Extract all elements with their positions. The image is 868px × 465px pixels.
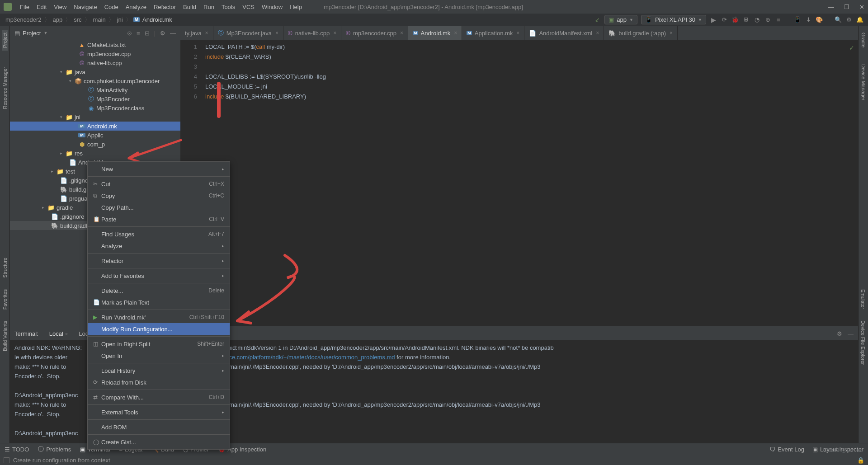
ctx-reload[interactable]: ⟳Reload from Disk <box>88 376 230 388</box>
ctx-refactor[interactable]: Refactor▸ <box>88 255 230 267</box>
device-dropdown[interactable]: 📱Pixel XL API 30▼ <box>641 15 706 24</box>
stop-icon[interactable]: ■ <box>775 16 782 23</box>
menu-build[interactable]: Build <box>179 4 200 10</box>
close-icon[interactable]: × <box>454 30 457 36</box>
notifications-icon[interactable]: 🔔 <box>856 16 863 23</box>
tree-gitignore2[interactable]: .gitignore <box>60 213 84 220</box>
tab-mp3encoder-cpp[interactable]: ©mp3encoder.cpp× <box>341 26 408 40</box>
ctx-open-split[interactable]: ◫Open in Right SplitShift+Enter <box>88 338 230 350</box>
coverage-icon[interactable]: ⛨ <box>742 16 750 23</box>
tree-applicationmk[interactable]: Applic <box>87 132 103 139</box>
close-icon[interactable]: × <box>275 30 278 36</box>
tb-problems[interactable]: ⓘProblems <box>38 445 71 453</box>
search-icon[interactable]: 🔍 <box>835 16 842 23</box>
ctx-addfavorites[interactable]: Add to Favorites▸ <box>88 270 230 282</box>
menu-window[interactable]: Window <box>258 4 286 10</box>
ctx-create-gist[interactable]: ◯Create Gist... <box>88 436 230 448</box>
menu-analyze[interactable]: Analyze <box>122 4 150 10</box>
rail-structure[interactable]: Structure <box>2 258 8 278</box>
tree-cmake[interactable]: CMakeLists.txt <box>87 42 126 48</box>
menu-code[interactable]: Code <box>101 4 122 10</box>
tab-mp3encoder-java[interactable]: ⒸMp3Encoder.java× <box>213 26 283 40</box>
close-icon[interactable]: × <box>400 30 403 36</box>
terminal-tab-local[interactable]: Local× <box>45 329 73 338</box>
status-lock-icon[interactable]: 🔒 <box>857 457 864 464</box>
tab-ty[interactable]: ty.java× <box>180 26 213 40</box>
rail-devexp[interactable]: Device File Explorer <box>860 320 866 365</box>
rail-favorites[interactable]: Favorites <box>2 289 8 310</box>
tree-comp[interactable]: com_p <box>87 141 105 148</box>
avd-icon[interactable]: 📱 <box>794 16 801 23</box>
menu-refactor[interactable]: Refactor <box>150 4 179 10</box>
term-settings-icon[interactable]: ⚙ <box>837 330 842 337</box>
tree-jni[interactable]: jni <box>75 114 80 121</box>
tree-java[interactable]: java <box>75 69 85 75</box>
inspection-ok-icon[interactable]: ✓ <box>849 43 854 53</box>
tree-mp3cpp[interactable]: mp3encoder.cpp <box>87 51 131 57</box>
rail-project[interactable]: Project <box>2 30 8 51</box>
tab-native-lib[interactable]: ©native-lib.cpp× <box>283 26 341 40</box>
tree-mp3encoder[interactable]: Mp3Encoder <box>96 96 130 103</box>
status-toggle-icon[interactable] <box>4 457 9 463</box>
close-icon[interactable]: × <box>596 30 599 36</box>
run-config-dropdown[interactable]: ▣app▼ <box>604 15 637 24</box>
menu-file[interactable]: File <box>16 4 33 10</box>
crumb-jni[interactable]: jni <box>116 16 124 23</box>
ctx-modify-run-config[interactable]: Modify Run Configuration... <box>88 323 230 335</box>
ctx-analyze[interactable]: Analyze▸ <box>88 240 230 252</box>
ctx-run[interactable]: ▶Run 'Android.mk'Ctrl+Shift+F10 <box>88 311 230 323</box>
tree-mp3encoder-class[interactable]: Mp3Encoder.class <box>96 105 144 112</box>
collapse-icon[interactable]: ⊟ <box>145 30 150 37</box>
crumb-app[interactable]: app <box>52 16 64 23</box>
run-button[interactable]: ▶ <box>710 16 717 23</box>
ctx-local-history[interactable]: Local History▸ <box>88 365 230 376</box>
rail-resmgr[interactable]: Resource Manager <box>2 64 8 112</box>
close-icon[interactable]: × <box>516 30 519 36</box>
menu-edit[interactable]: Edit <box>33 4 50 10</box>
ctx-add-bom[interactable]: Add BOM <box>88 421 230 433</box>
tab-android-mk[interactable]: MAndroid.mk× <box>408 26 462 40</box>
settings-icon[interactable]: ⚙ <box>845 16 853 23</box>
menu-run[interactable]: Run <box>200 4 218 10</box>
menu-navigate[interactable]: Navigate <box>70 4 100 10</box>
rail-devmgr[interactable]: Device Manager <box>861 61 866 103</box>
term-hide-icon[interactable]: — <box>848 330 854 337</box>
ctx-compare[interactable]: ⇄Compare With...Ctrl+D <box>88 391 230 403</box>
tree-androidmk[interactable]: Android.mk <box>87 123 117 130</box>
tree-gradle-folder[interactable]: gradle <box>57 204 73 211</box>
expand-icon[interactable]: ≡ <box>137 30 140 37</box>
tree-native[interactable]: native-lib.cpp <box>87 60 122 66</box>
project-dropdown[interactable]: ▤Project▼ <box>14 30 47 37</box>
menu-tools[interactable]: Tools <box>218 4 239 10</box>
ctx-findusages[interactable]: Find UsagesAlt+F7 <box>88 228 230 240</box>
close-icon[interactable]: × <box>670 30 673 36</box>
tree-mainactivity[interactable]: MainActivity <box>96 87 127 94</box>
tree-res[interactable]: res <box>75 150 83 157</box>
close-icon[interactable]: × <box>333 30 336 36</box>
tree-test[interactable]: test <box>66 168 75 175</box>
minimize-button[interactable]: — <box>828 4 834 10</box>
debug-icon[interactable]: 🐞 <box>731 16 739 23</box>
ctx-markplain[interactable]: 📄Mark as Plain Text <box>88 296 230 308</box>
tree-buildgradle2[interactable]: build.gradle <box>60 222 90 229</box>
crumb-file[interactable]: Android.mk <box>142 16 173 23</box>
proj-settings-icon[interactable]: ⚙ <box>160 30 165 37</box>
crumb-root[interactable]: mp3encoder2 <box>5 16 42 23</box>
profile-icon[interactable]: ◔ <box>753 16 760 23</box>
tree-pkg[interactable]: com.phuket.tour.mp3encoder <box>84 78 160 85</box>
proj-hide-icon[interactable]: — <box>170 30 176 37</box>
crumb-main[interactable]: main <box>92 16 107 23</box>
tab-application-mk[interactable]: MApplication.mk× <box>462 26 524 40</box>
close-button[interactable]: ✕ <box>859 4 864 10</box>
tb-eventlog[interactable]: 🗨Event Log <box>769 446 804 453</box>
crumb-src[interactable]: src <box>73 16 82 23</box>
tab-manifest[interactable]: 📄AndroidManifest.xml× <box>524 26 604 40</box>
menu-help[interactable]: Help <box>286 4 306 10</box>
close-icon[interactable]: × <box>205 30 208 36</box>
maximize-button[interactable]: ❐ <box>844 4 849 10</box>
apply-changes-icon[interactable]: ⟳ <box>721 16 728 23</box>
sync-icon[interactable]: ↙ <box>594 16 601 23</box>
sdk-icon[interactable]: ⬇ <box>805 16 812 23</box>
rail-buildvariants[interactable]: Build Variants <box>2 321 8 351</box>
rail-emulator[interactable]: Emulator <box>860 289 866 309</box>
